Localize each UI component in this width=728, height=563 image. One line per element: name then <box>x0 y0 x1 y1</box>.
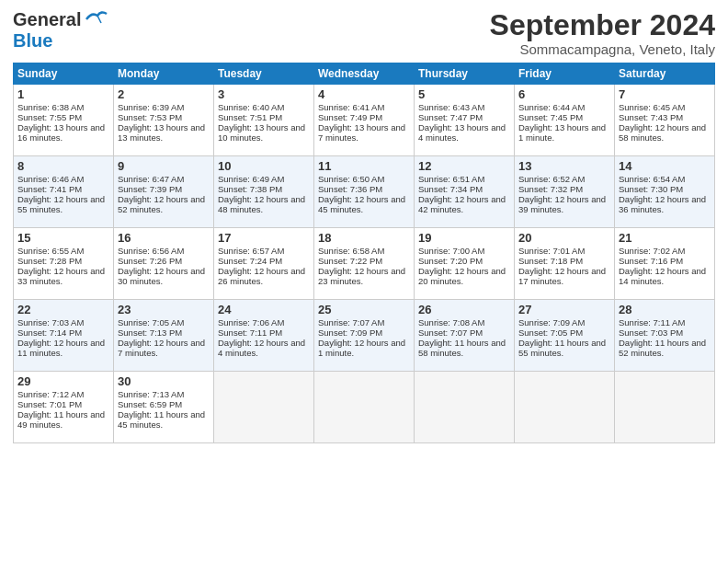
daylight: Daylight: 12 hours and 14 minutes. <box>619 266 706 286</box>
sunset: Sunset: 6:59 PM <box>118 399 182 409</box>
sunset: Sunset: 7:13 PM <box>118 327 182 338</box>
daylight: Daylight: 12 hours and 30 minutes. <box>118 266 205 286</box>
day-number: 19 <box>418 231 510 245</box>
daylight: Daylight: 12 hours and 11 minutes. <box>17 338 105 358</box>
header-thursday: Thursday <box>415 63 515 85</box>
sunset: Sunset: 7:41 PM <box>17 184 82 194</box>
calendar-cell: 24 Sunrise: 7:06 AM Sunset: 7:11 PM Dayl… <box>214 300 314 372</box>
sunrise: Sunrise: 6:38 AM <box>17 102 84 112</box>
day-number: 5 <box>418 87 510 101</box>
day-number: 16 <box>118 231 210 245</box>
day-number: 10 <box>218 159 310 173</box>
daylight: Daylight: 12 hours and 1 minute. <box>318 338 405 358</box>
location: Sommacampagna, Veneto, Italy <box>490 41 715 57</box>
daylight: Daylight: 12 hours and 7 minutes. <box>118 338 205 358</box>
header-saturday: Saturday <box>615 63 715 85</box>
daylight: Daylight: 13 hours and 1 minute. <box>518 122 606 143</box>
sunset: Sunset: 7:22 PM <box>318 256 382 266</box>
sunrise: Sunrise: 6:54 AM <box>619 174 685 184</box>
day-number: 29 <box>17 374 109 388</box>
sunset: Sunset: 7:45 PM <box>518 112 583 122</box>
day-number: 11 <box>318 159 410 173</box>
sunset: Sunset: 7:28 PM <box>17 256 82 266</box>
sunrise: Sunrise: 7:00 AM <box>418 246 484 256</box>
daylight: Daylight: 12 hours and 55 minutes. <box>17 194 105 214</box>
calendar-cell <box>615 372 715 443</box>
day-number: 8 <box>17 159 109 173</box>
header-sunday: Sunday <box>14 63 114 85</box>
day-number: 9 <box>118 159 210 173</box>
daylight: Daylight: 12 hours and 20 minutes. <box>418 266 506 286</box>
daylight: Daylight: 12 hours and 36 minutes. <box>619 194 706 214</box>
day-number: 21 <box>619 231 711 245</box>
calendar-cell: 20 Sunrise: 7:01 AM Sunset: 7:18 PM Dayl… <box>515 228 615 300</box>
sunrise: Sunrise: 7:03 AM <box>17 317 84 327</box>
daylight: Daylight: 12 hours and 42 minutes. <box>418 194 506 214</box>
sunrise: Sunrise: 6:58 AM <box>318 246 384 256</box>
daylight: Daylight: 13 hours and 13 minutes. <box>118 122 205 143</box>
daylight: Daylight: 12 hours and 4 minutes. <box>218 338 305 358</box>
day-number: 2 <box>118 87 210 101</box>
calendar-cell: 30 Sunrise: 7:13 AM Sunset: 6:59 PM Dayl… <box>114 372 214 443</box>
sunset: Sunset: 7:47 PM <box>418 112 483 122</box>
sunset: Sunset: 7:55 PM <box>17 112 82 122</box>
header-tuesday: Tuesday <box>214 63 314 85</box>
sunset: Sunset: 7:18 PM <box>518 256 583 266</box>
calendar-cell: 27 Sunrise: 7:09 AM Sunset: 7:05 PM Dayl… <box>515 300 615 372</box>
calendar-cell: 23 Sunrise: 7:05 AM Sunset: 7:13 PM Dayl… <box>114 300 214 372</box>
sunset: Sunset: 7:32 PM <box>518 184 583 194</box>
calendar-cell: 26 Sunrise: 7:08 AM Sunset: 7:07 PM Dayl… <box>415 300 515 372</box>
sunrise: Sunrise: 7:06 AM <box>218 317 284 327</box>
day-number: 17 <box>218 231 310 245</box>
sunrise: Sunrise: 6:43 AM <box>418 102 484 112</box>
daylight: Daylight: 11 hours and 52 minutes. <box>619 338 706 358</box>
calendar-cell: 2 Sunrise: 6:39 AM Sunset: 7:53 PM Dayli… <box>114 85 214 156</box>
sunrise: Sunrise: 6:41 AM <box>318 102 384 112</box>
week-row-1: 1 Sunrise: 6:38 AM Sunset: 7:55 PM Dayli… <box>14 85 715 156</box>
sunrise: Sunrise: 6:51 AM <box>418 174 484 184</box>
calendar-cell <box>515 372 615 443</box>
header-row: SundayMondayTuesdayWednesdayThursdayFrid… <box>14 63 715 85</box>
calendar-cell: 9 Sunrise: 6:47 AM Sunset: 7:39 PM Dayli… <box>114 156 214 228</box>
calendar-cell: 22 Sunrise: 7:03 AM Sunset: 7:14 PM Dayl… <box>14 300 114 372</box>
sunset: Sunset: 7:11 PM <box>218 327 282 338</box>
calendar-cell: 14 Sunrise: 6:54 AM Sunset: 7:30 PM Dayl… <box>615 156 715 228</box>
day-number: 28 <box>619 303 711 316</box>
sunrise: Sunrise: 7:02 AM <box>619 246 685 256</box>
header-monday: Monday <box>114 63 214 85</box>
logo-blue: Blue <box>13 30 52 51</box>
week-row-3: 15 Sunrise: 6:55 AM Sunset: 7:28 PM Dayl… <box>14 228 715 300</box>
calendar-cell: 12 Sunrise: 6:51 AM Sunset: 7:34 PM Dayl… <box>415 156 515 228</box>
calendar-cell: 11 Sunrise: 6:50 AM Sunset: 7:36 PM Dayl… <box>314 156 415 228</box>
sunrise: Sunrise: 7:05 AM <box>118 317 184 327</box>
sunrise: Sunrise: 6:46 AM <box>17 174 84 184</box>
sunset: Sunset: 7:24 PM <box>218 256 282 266</box>
calendar-cell <box>314 372 415 443</box>
day-number: 20 <box>518 231 610 245</box>
sunrise: Sunrise: 6:55 AM <box>17 246 84 256</box>
calendar-cell: 4 Sunrise: 6:41 AM Sunset: 7:49 PM Dayli… <box>314 85 415 156</box>
sunrise: Sunrise: 6:44 AM <box>518 102 585 112</box>
sunrise: Sunrise: 7:12 AM <box>17 389 84 399</box>
sunrise: Sunrise: 6:56 AM <box>118 246 184 256</box>
sunset: Sunset: 7:51 PM <box>218 112 282 122</box>
sunrise: Sunrise: 7:07 AM <box>318 317 384 327</box>
calendar-table: SundayMondayTuesdayWednesdayThursdayFrid… <box>13 63 715 443</box>
day-number: 22 <box>17 303 109 316</box>
daylight: Daylight: 12 hours and 26 minutes. <box>218 266 305 286</box>
day-number: 24 <box>218 303 310 316</box>
sunrise: Sunrise: 6:57 AM <box>218 246 284 256</box>
day-number: 26 <box>418 303 510 316</box>
daylight: Daylight: 12 hours and 45 minutes. <box>318 194 405 214</box>
daylight: Daylight: 11 hours and 45 minutes. <box>118 409 205 430</box>
sunrise: Sunrise: 6:45 AM <box>619 102 685 112</box>
calendar-cell: 16 Sunrise: 6:56 AM Sunset: 7:26 PM Dayl… <box>114 228 214 300</box>
calendar-cell: 10 Sunrise: 6:49 AM Sunset: 7:38 PM Dayl… <box>214 156 314 228</box>
calendar-cell <box>214 372 314 443</box>
calendar-cell: 17 Sunrise: 6:57 AM Sunset: 7:24 PM Dayl… <box>214 228 314 300</box>
day-number: 18 <box>318 231 410 245</box>
sunrise: Sunrise: 6:52 AM <box>518 174 585 184</box>
header-wednesday: Wednesday <box>314 63 415 85</box>
daylight: Daylight: 13 hours and 4 minutes. <box>418 122 506 143</box>
logo-general: General <box>13 9 81 30</box>
